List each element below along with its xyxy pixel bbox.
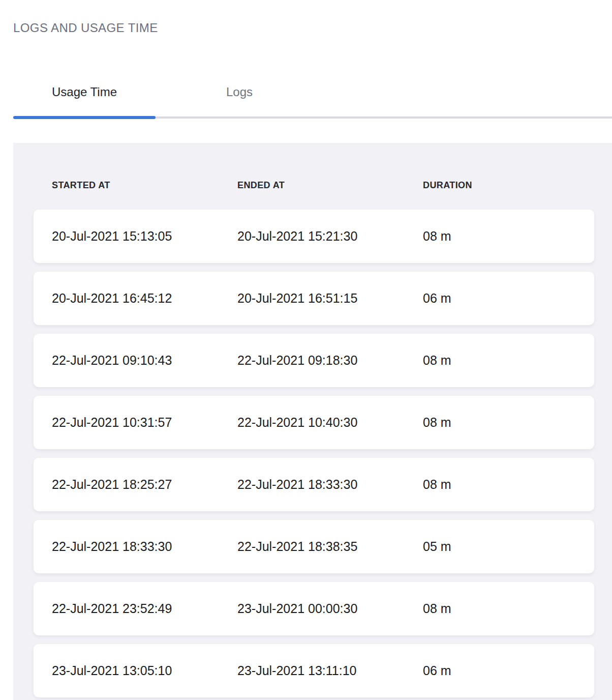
started-at-cell: 22-Jul-2021 10:31:57 xyxy=(52,415,237,430)
started-at-cell: 20-Jul-2021 15:13:05 xyxy=(52,229,237,244)
table-row[interactable]: 23-Jul-2021 13:05:10 23-Jul-2021 13:11:1… xyxy=(34,644,594,697)
started-at-cell: 22-Jul-2021 09:10:43 xyxy=(52,353,237,368)
duration-cell: 06 m xyxy=(423,663,594,678)
tabs-bar: Usage Time Logs xyxy=(13,84,612,119)
table-row[interactable]: 22-Jul-2021 23:52:49 23-Jul-2021 00:00:3… xyxy=(34,582,594,635)
duration-cell: 08 m xyxy=(423,229,594,244)
ended-at-cell: 22-Jul-2021 09:18:30 xyxy=(237,353,423,368)
tab-usage-time-label: Usage Time xyxy=(52,84,117,100)
column-header-duration: DURATION xyxy=(423,180,594,191)
duration-cell: 06 m xyxy=(423,291,594,306)
ended-at-cell: 20-Jul-2021 16:51:15 xyxy=(237,291,423,306)
page-title: LOGS AND USAGE TIME xyxy=(13,20,612,36)
duration-cell: 08 m xyxy=(423,415,594,430)
table-row[interactable]: 22-Jul-2021 18:33:30 22-Jul-2021 18:38:3… xyxy=(34,520,594,573)
started-at-cell: 22-Jul-2021 18:25:27 xyxy=(52,477,237,492)
table-header-row: STARTED AT ENDED AT DURATION xyxy=(34,180,594,191)
column-header-started-at: STARTED AT xyxy=(52,180,237,191)
tab-usage-time[interactable]: Usage Time xyxy=(13,84,156,116)
ended-at-cell: 23-Jul-2021 00:00:30 xyxy=(237,601,423,616)
table-row[interactable]: 22-Jul-2021 09:10:43 22-Jul-2021 09:18:3… xyxy=(34,334,594,387)
ended-at-cell: 23-Jul-2021 13:11:10 xyxy=(237,663,423,678)
table-body: 20-Jul-2021 15:13:05 20-Jul-2021 15:21:3… xyxy=(34,210,594,697)
active-tab-indicator xyxy=(13,116,156,119)
logs-and-usage-page: LOGS AND USAGE TIME Usage Time Logs STAR… xyxy=(0,20,612,700)
table-row[interactable]: 20-Jul-2021 16:45:12 20-Jul-2021 16:51:1… xyxy=(34,272,594,325)
duration-cell: 08 m xyxy=(423,353,594,368)
ended-at-cell: 22-Jul-2021 18:38:35 xyxy=(237,539,423,554)
table-row[interactable]: 20-Jul-2021 15:13:05 20-Jul-2021 15:21:3… xyxy=(34,210,594,263)
tab-logs-label: Logs xyxy=(226,84,253,100)
usage-time-panel: STARTED AT ENDED AT DURATION 20-Jul-2021… xyxy=(13,143,612,700)
column-header-ended-at: ENDED AT xyxy=(237,180,423,191)
tab-logs[interactable]: Logs xyxy=(156,84,323,116)
duration-cell: 08 m xyxy=(423,601,594,616)
ended-at-cell: 20-Jul-2021 15:21:30 xyxy=(237,229,423,244)
ended-at-cell: 22-Jul-2021 18:33:30 xyxy=(237,477,423,492)
table-row[interactable]: 22-Jul-2021 18:25:27 22-Jul-2021 18:33:3… xyxy=(34,458,594,511)
ended-at-cell: 22-Jul-2021 10:40:30 xyxy=(237,415,423,430)
table-row[interactable]: 22-Jul-2021 10:31:57 22-Jul-2021 10:40:3… xyxy=(34,396,594,449)
started-at-cell: 23-Jul-2021 13:05:10 xyxy=(52,663,237,678)
duration-cell: 05 m xyxy=(423,539,594,554)
duration-cell: 08 m xyxy=(423,477,594,492)
started-at-cell: 22-Jul-2021 18:33:30 xyxy=(52,539,237,554)
started-at-cell: 20-Jul-2021 16:45:12 xyxy=(52,291,237,306)
started-at-cell: 22-Jul-2021 23:52:49 xyxy=(52,601,237,616)
